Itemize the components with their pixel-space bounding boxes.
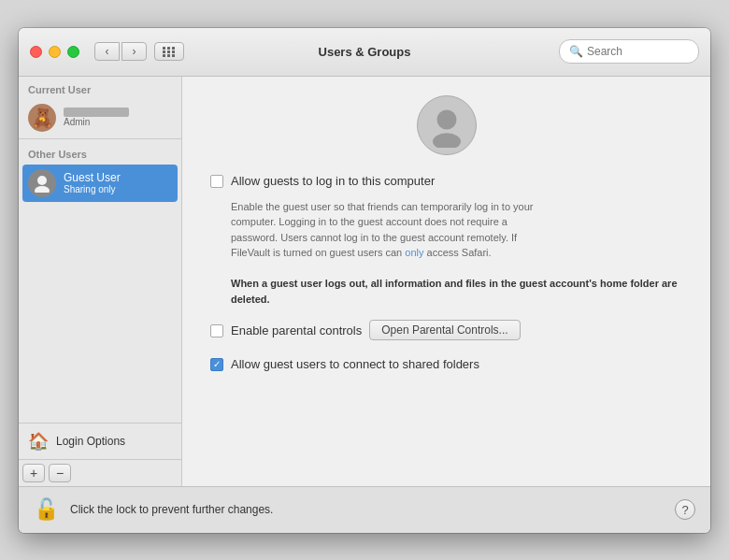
sidebar-bottom: 🏠 Login Options + −: [19, 423, 181, 486]
guest-avatar-large: [417, 95, 477, 155]
help-button[interactable]: ?: [675, 499, 695, 520]
desc-line2: computer. Logging in to the guest accoun…: [231, 216, 507, 227]
avatar-silhouette-icon: [424, 103, 469, 148]
guest-user-info: Guest User Sharing only: [64, 171, 121, 194]
house-icon: 🏠: [28, 431, 49, 452]
remove-user-button[interactable]: −: [49, 464, 71, 482]
shared-folders-row: Allow guest users to connect to shared f…: [210, 357, 682, 371]
maximize-button[interactable]: [67, 46, 79, 58]
lock-text: Click the lock to prevent further change…: [70, 503, 273, 516]
login-options-label: Login Options: [56, 435, 125, 448]
search-input[interactable]: [587, 45, 689, 58]
desc-line1: Enable the guest user so that friends ca…: [231, 201, 533, 212]
forward-button[interactable]: ›: [122, 42, 147, 61]
current-user-label: Current User: [19, 77, 181, 99]
close-button[interactable]: [30, 46, 42, 58]
desc-line3: password. Users cannot log in to the gue…: [231, 232, 517, 243]
admin-user-info: Admin: [64, 108, 129, 127]
guest-user-name: Guest User: [64, 171, 121, 184]
main-window: ‹ › Users & Groups 🔍 Current User 🧸: [19, 28, 710, 533]
content-area: Current User 🧸 Admin Other Users: [19, 77, 710, 486]
svg-point-0: [37, 176, 47, 185]
main-panel: Allow guests to log in to this computer …: [182, 77, 710, 486]
parental-controls-row: Enable parental controls Open Parental C…: [210, 320, 682, 340]
desc-highlight: only: [405, 247, 423, 258]
open-parental-controls-button[interactable]: Open Parental Controls...: [369, 320, 520, 340]
desc-bold: When a guest user logs out, all informat…: [231, 278, 678, 305]
grid-view-button[interactable]: [154, 42, 184, 61]
admin-name-blurred: [64, 108, 129, 117]
minimize-button[interactable]: [49, 46, 61, 58]
parental-controls-label: Enable parental controls: [231, 323, 362, 337]
nav-buttons: ‹ ›: [94, 42, 147, 61]
search-box[interactable]: 🔍: [559, 39, 699, 64]
shared-folders-label: Allow guest users to connect to shared f…: [231, 357, 479, 371]
sidebar-item-login-options[interactable]: 🏠 Login Options: [19, 424, 181, 459]
allow-guests-checkbox[interactable]: [210, 175, 223, 188]
sidebar-item-guest[interactable]: Guest User Sharing only: [22, 165, 178, 202]
svg-point-2: [436, 109, 456, 129]
add-user-button[interactable]: +: [22, 464, 45, 482]
desc-line4b: access Safari.: [423, 247, 491, 258]
sidebar-actions: + −: [19, 459, 181, 486]
search-icon: 🔍: [569, 45, 583, 58]
guest-avatar: [28, 169, 56, 197]
desc-line4: FileVault is turned on guest users can: [231, 247, 405, 258]
lock-icon[interactable]: 🔓: [34, 497, 59, 522]
admin-role: Admin: [64, 117, 129, 127]
back-button[interactable]: ‹: [94, 42, 120, 61]
allow-guests-row: Allow guests to log in to this computer: [210, 174, 682, 188]
bottom-bar: 🔓 Click the lock to prevent further chan…: [19, 486, 710, 533]
titlebar: ‹ › Users & Groups 🔍: [19, 28, 710, 77]
traffic-lights: [30, 46, 79, 58]
sidebar-divider: [19, 138, 181, 139]
guest-user-role: Sharing only: [64, 184, 121, 194]
sidebar: Current User 🧸 Admin Other Users: [19, 77, 182, 486]
svg-point-1: [35, 186, 50, 193]
window-title: Users & Groups: [319, 45, 411, 59]
parental-controls-checkbox[interactable]: [210, 324, 223, 337]
svg-point-3: [433, 133, 461, 148]
allow-guests-label: Allow guests to log in to this computer: [231, 174, 435, 188]
grid-icon: [163, 47, 176, 57]
admin-avatar: 🧸: [28, 104, 56, 132]
settings-area: Allow guests to log in to this computer …: [210, 174, 682, 372]
sidebar-item-admin[interactable]: 🧸 Admin: [19, 99, 181, 136]
other-users-label: Other Users: [19, 141, 181, 164]
guest-description: Enable the guest user so that friends ca…: [231, 199, 682, 308]
shared-folders-checkbox[interactable]: [210, 358, 223, 371]
